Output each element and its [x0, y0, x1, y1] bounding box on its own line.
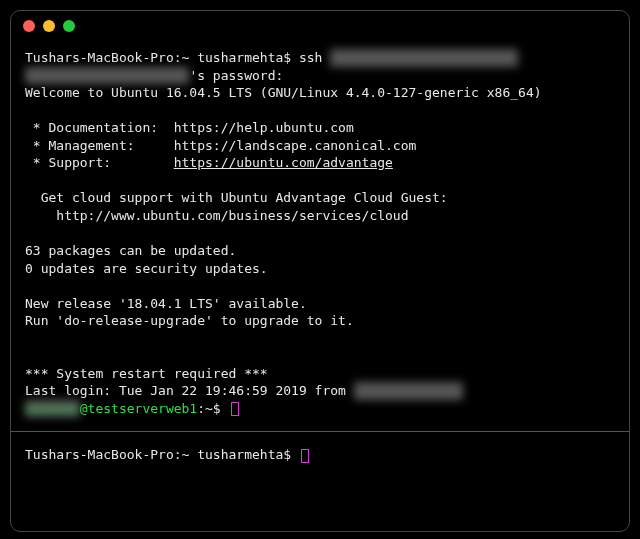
release-line-1: New release '18.04.1 LTS' available. [25, 295, 615, 313]
welcome-line: Welcome to Ubuntu 16.04.5 LTS (GNU/Linux… [25, 84, 615, 102]
zoom-icon[interactable] [63, 20, 75, 32]
redacted-remote-user: xxxxxxx [25, 400, 80, 418]
ssh-command: ssh [299, 50, 330, 65]
terminal-body[interactable]: Tushars-MacBook-Pro:~ tusharmehta$ ssh x… [11, 41, 629, 531]
remote-prompt-suffix: :~$ [197, 401, 228, 416]
cursor-icon [231, 402, 239, 416]
local-prompt: Tushars-MacBook-Pro:~ tusharmehta$ [25, 50, 299, 65]
redacted-user: xxxxxxxxxxxxxxxxxxxxx [25, 67, 189, 85]
bottom-prompt-line: Tushars-MacBook-Pro:~ tusharmehta$ [25, 446, 615, 464]
support-label: * Support: [25, 155, 174, 170]
title-bar [11, 11, 629, 41]
cloud-line-2: http://www.ubuntu.com/business/services/… [25, 207, 615, 225]
redacted-host: xxxxxxxxxxxxxxxxxxxxxxxx [330, 49, 518, 67]
release-line-2: Run 'do-release-upgrade' to upgrade to i… [25, 312, 615, 330]
password-label: 's password: [189, 68, 283, 83]
support-url: https://ubuntu.com/advantage [174, 155, 393, 170]
mgmt-label: * Management: [25, 138, 174, 153]
cursor-icon [301, 449, 309, 463]
mgmt-url: https://landscape.canonical.com [174, 138, 417, 153]
terminal-bottom-pane[interactable]: Tushars-MacBook-Pro:~ tusharmehta$ [25, 446, 615, 516]
last-login-prefix: Last login: Tue Jan 22 19:46:59 2019 fro… [25, 383, 354, 398]
terminal-window: Tushars-MacBook-Pro:~ tusharmehta$ ssh x… [10, 10, 630, 532]
cloud-line-1: Get cloud support with Ubuntu Advantage … [25, 189, 615, 207]
remote-prompt-line: xxxxxxx@testserverweb1:~$ [25, 400, 615, 418]
restart-line: *** System restart required *** [25, 365, 615, 383]
doc-line: * Documentation: https://help.ubuntu.com [25, 119, 615, 137]
terminal-top-pane[interactable]: Tushars-MacBook-Pro:~ tusharmehta$ ssh x… [25, 49, 615, 417]
prompt-line: Tushars-MacBook-Pro:~ tusharmehta$ ssh x… [25, 49, 615, 67]
redacted-ip: xxxxxxxxxxxxxx [354, 382, 464, 400]
local-prompt-bottom: Tushars-MacBook-Pro:~ tusharmehta$ [25, 447, 299, 462]
pane-divider[interactable] [11, 431, 629, 432]
minimize-icon[interactable] [43, 20, 55, 32]
password-line: xxxxxxxxxxxxxxxxxxxxx's password: [25, 67, 615, 85]
packages-line-1: 63 packages can be updated. [25, 242, 615, 260]
doc-url: https://help.ubuntu.com [174, 120, 354, 135]
close-icon[interactable] [23, 20, 35, 32]
remote-host: @testserverweb1 [80, 401, 197, 416]
mgmt-line: * Management: https://landscape.canonica… [25, 137, 615, 155]
last-login-line: Last login: Tue Jan 22 19:46:59 2019 fro… [25, 382, 615, 400]
doc-label: * Documentation: [25, 120, 174, 135]
support-line: * Support: https://ubuntu.com/advantage [25, 154, 615, 172]
packages-line-2: 0 updates are security updates. [25, 260, 615, 278]
